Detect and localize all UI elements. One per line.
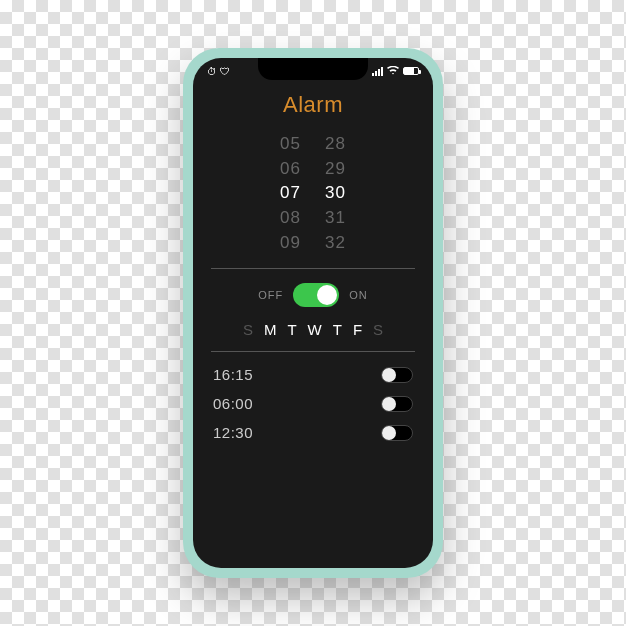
notch — [258, 58, 368, 80]
page-title: Alarm — [193, 84, 433, 132]
day-wednesday[interactable]: W — [308, 321, 322, 338]
alarm-row: 12:30 — [213, 418, 413, 447]
hour-option[interactable]: 05 — [280, 132, 301, 157]
clock-icon: ⏱ — [207, 66, 217, 77]
day-thursday[interactable]: T — [333, 321, 342, 338]
weekday-selector: S M T W T F S — [193, 319, 433, 352]
toggle-knob — [382, 397, 396, 411]
off-label: OFF — [258, 289, 283, 301]
alarm-toggle[interactable] — [293, 283, 339, 307]
alarm-time: 06:00 — [213, 395, 253, 412]
minute-option-selected[interactable]: 30 — [325, 181, 346, 206]
minute-option[interactable]: 31 — [325, 206, 346, 231]
alarm-toggle-row: OFF ON — [193, 269, 433, 319]
alarm-row: 16:15 — [213, 360, 413, 389]
minute-wheel[interactable]: 28 29 30 31 32 — [325, 132, 346, 255]
alarm-list: 16:15 06:00 12:30 — [193, 352, 433, 447]
alarm-row: 06:00 — [213, 389, 413, 418]
alarm-toggle-1[interactable] — [381, 367, 413, 383]
alarm-toggle-2[interactable] — [381, 396, 413, 412]
status-left: ⏱ 🛡 — [207, 66, 230, 77]
battery-icon — [403, 67, 419, 75]
screen: ⏱ 🛡 Alarm 05 06 07 08 — [193, 58, 433, 568]
alarm-toggle-3[interactable] — [381, 425, 413, 441]
hour-option[interactable]: 09 — [280, 231, 301, 256]
minute-option[interactable]: 29 — [325, 157, 346, 182]
shield-icon: 🛡 — [220, 66, 230, 77]
toggle-knob — [382, 368, 396, 382]
signal-icon — [372, 67, 383, 76]
day-saturday[interactable]: S — [373, 321, 383, 338]
toggle-knob — [382, 426, 396, 440]
minute-option[interactable]: 32 — [325, 231, 346, 256]
day-monday[interactable]: M — [264, 321, 277, 338]
wifi-icon — [387, 66, 399, 77]
hour-wheel[interactable]: 05 06 07 08 09 — [280, 132, 301, 255]
status-right — [372, 66, 419, 77]
on-label: ON — [349, 289, 368, 301]
toggle-knob — [317, 285, 337, 305]
day-sunday[interactable]: S — [243, 321, 253, 338]
hour-option[interactable]: 06 — [280, 157, 301, 182]
alarm-time: 16:15 — [213, 366, 253, 383]
hour-option-selected[interactable]: 07 — [280, 181, 301, 206]
minute-option[interactable]: 28 — [325, 132, 346, 157]
day-friday[interactable]: F — [353, 321, 362, 338]
phone-frame: ⏱ 🛡 Alarm 05 06 07 08 — [183, 48, 443, 578]
day-tuesday[interactable]: T — [287, 321, 296, 338]
time-picker[interactable]: 05 06 07 08 09 28 29 30 31 32 — [193, 132, 433, 269]
alarm-time: 12:30 — [213, 424, 253, 441]
hour-option[interactable]: 08 — [280, 206, 301, 231]
